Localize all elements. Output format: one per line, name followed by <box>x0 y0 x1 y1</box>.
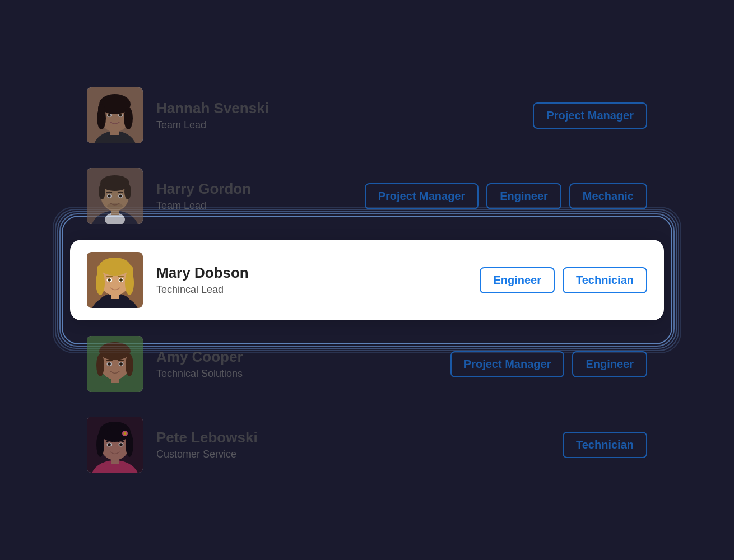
person-row-pete[interactable]: Pete LebowskiCustomer ServiceTechnician <box>70 404 664 485</box>
avatar-pete <box>87 417 143 473</box>
person-name-harry: Harry Gordon <box>156 180 351 198</box>
svg-rect-7 <box>98 104 105 127</box>
svg-point-65 <box>119 443 123 446</box>
avatar-hannah <box>87 87 143 143</box>
svg-point-59 <box>99 429 108 438</box>
svg-point-45 <box>96 354 104 376</box>
person-row-amy[interactable]: Amy CooperTechnical SolutionsProject Man… <box>70 324 664 404</box>
person-title-mary: Techincal Lead <box>156 284 466 296</box>
tags-pete: Technician <box>563 432 647 458</box>
tag-harry-engineer[interactable]: Engineer <box>486 183 561 209</box>
person-title-pete: Customer Service <box>156 449 549 460</box>
person-info-amy: Amy CooperTechnical Solutions <box>156 348 437 380</box>
svg-point-64 <box>108 443 111 446</box>
tag-harry-mechanic[interactable]: Mechanic <box>569 183 647 209</box>
person-row-mary[interactable]: Mary DobsonTechincal LeadEngineerTechnic… <box>70 240 664 320</box>
person-name-amy: Amy Cooper <box>156 348 437 366</box>
person-info-pete: Pete LebowskiCustomer Service <box>156 429 549 460</box>
svg-point-19 <box>124 184 131 199</box>
person-name-hannah: Hannah Svenski <box>156 100 519 117</box>
svg-point-44 <box>99 342 131 360</box>
tag-hannah-project-manager[interactable]: Project Manager <box>533 102 647 129</box>
people-list: Hannah SvenskiTeam LeadProject Manager H… <box>70 75 664 485</box>
person-title-harry: Team Lead <box>156 200 351 212</box>
svg-point-46 <box>126 354 133 376</box>
person-title-amy: Technical Solutions <box>156 368 437 380</box>
svg-point-23 <box>119 195 122 198</box>
tag-pete-technician[interactable]: Technician <box>563 432 647 458</box>
svg-point-67 <box>124 432 127 435</box>
tags-amy: Project ManagerEngineer <box>450 351 647 377</box>
svg-point-11 <box>119 114 122 117</box>
tag-harry-project-manager[interactable]: Project Manager <box>365 183 479 209</box>
page-container: Hannah SvenskiTeam LeadProject Manager H… <box>59 62 675 498</box>
avatar-amy <box>87 336 143 392</box>
svg-point-6 <box>124 107 133 129</box>
svg-point-22 <box>108 195 111 198</box>
tag-amy-engineer[interactable]: Engineer <box>572 351 647 377</box>
svg-rect-34 <box>127 265 133 291</box>
avatar-mary <box>87 252 143 308</box>
svg-point-30 <box>99 258 131 276</box>
person-info-mary: Mary DobsonTechincal Lead <box>156 264 466 296</box>
person-name-mary: Mary Dobson <box>156 264 466 282</box>
person-row-hannah[interactable]: Hannah SvenskiTeam LeadProject Manager <box>70 75 664 156</box>
svg-point-50 <box>119 362 123 366</box>
person-info-hannah: Hannah SvenskiTeam Lead <box>156 100 519 131</box>
svg-point-60 <box>110 423 119 432</box>
person-name-pete: Pete Lebowski <box>156 429 549 446</box>
svg-point-38 <box>119 278 123 282</box>
svg-point-10 <box>108 114 111 117</box>
tags-mary: EngineerTechnician <box>480 267 647 293</box>
svg-rect-33 <box>97 265 103 293</box>
person-info-harry: Harry GordonTeam Lead <box>156 180 351 212</box>
tag-mary-technician[interactable]: Technician <box>563 267 647 293</box>
tags-hannah: Project Manager <box>533 102 647 129</box>
tag-amy-project-manager[interactable]: Project Manager <box>450 351 565 377</box>
svg-point-24 <box>107 203 123 209</box>
person-title-hannah: Team Lead <box>156 119 519 131</box>
tag-mary-engineer[interactable]: Engineer <box>480 267 555 293</box>
avatar-harry <box>87 168 143 224</box>
svg-point-18 <box>99 184 105 199</box>
svg-point-49 <box>108 362 111 366</box>
person-row-harry[interactable]: Harry GordonTeam LeadProject ManagerEngi… <box>70 156 664 236</box>
tags-harry: Project ManagerEngineerMechanic <box>365 183 647 209</box>
svg-point-37 <box>108 278 111 282</box>
